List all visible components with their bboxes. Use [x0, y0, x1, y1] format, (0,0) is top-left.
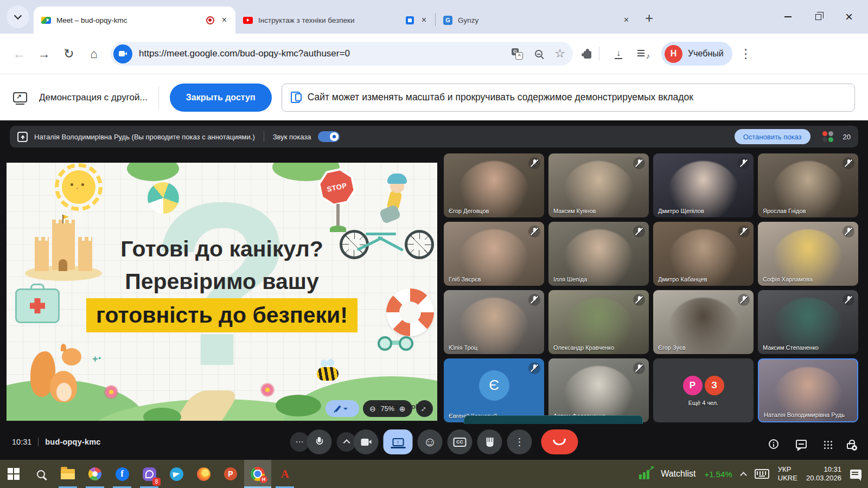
tab-youtube[interactable]: Інструктаж з техніки безпеки × [235, 7, 435, 34]
camera-permission-icon[interactable] [113, 44, 132, 63]
end-call-button[interactable] [541, 429, 578, 454]
caret-down-icon [343, 408, 348, 410]
taskbar-viber[interactable]: 8 [136, 460, 163, 488]
bush-illustration [276, 395, 321, 416]
taskbar-telegram[interactable] [163, 460, 190, 488]
participant-name: Софія Харламова [763, 276, 813, 282]
tab-title: Інструктаж з техніки безпеки [258, 16, 400, 24]
tray-expand-icon[interactable] [740, 472, 747, 479]
profile-name: Учебный [688, 49, 724, 59]
participant-tile[interactable]: Наталія Володимирівна Рудь [758, 358, 858, 422]
zoom-out-icon[interactable]: ⊖ [369, 404, 376, 413]
taskbar-paint[interactable] [81, 460, 108, 488]
participant-tile[interactable]: Юлія Троц [444, 290, 544, 354]
home-icon[interactable]: ⌂ [82, 42, 105, 65]
captions-button[interactable]: CC [448, 429, 473, 454]
chat-icon[interactable] [796, 440, 807, 448]
watchlist-chart-icon[interactable] [639, 468, 652, 479]
participant-tile[interactable]: Дмитро Щепілов [653, 153, 754, 217]
address-bar[interactable]: https://meet.google.com/bud-opqy-kmc?aut… [111, 42, 573, 66]
restore-icon[interactable] [815, 14, 821, 20]
stop-presenting-button[interactable]: Остановить показ [735, 129, 810, 144]
slide-title-line2: Перевіримо вашу [7, 269, 437, 294]
forward-icon[interactable]: → [33, 42, 55, 65]
meet-bottom-bar: 10:31 bud-opqy-kmc CC [0, 424, 868, 460]
extensions-icon[interactable] [584, 51, 591, 59]
new-tab-button[interactable]: + [645, 11, 653, 25]
participant-tile[interactable]: Дмитро Кабанцев [653, 222, 754, 286]
participant-tile[interactable]: Артем Федорченко [548, 358, 649, 422]
language-indicator[interactable]: УКР UKRE [778, 465, 797, 483]
taskbar-chrome[interactable]: H [244, 460, 271, 488]
reload-icon[interactable]: ↻ [58, 42, 80, 65]
participant-tile[interactable]: Софія Харламова [758, 222, 858, 286]
taskbar-search[interactable] [27, 460, 54, 488]
minimize-icon[interactable] [784, 16, 792, 17]
windows-taskbar: f 8 P H A Watchlist +1.54% УКР UKRE 10:3… [0, 460, 868, 488]
microphone-button[interactable] [307, 429, 332, 454]
participant-tile[interactable]: Ілля Шепіда [548, 222, 649, 286]
taskbar-firefox[interactable] [190, 460, 217, 488]
meeting-time: 10:31 [12, 438, 31, 446]
more-options-button[interactable] [507, 429, 532, 454]
system-tray: Watchlist +1.54% УКР UKRE 10:31 20.03.20… [639, 460, 868, 488]
host-controls-lock-icon[interactable] [847, 443, 855, 449]
participant-tile[interactable]: Олександр Кравченко [548, 290, 649, 354]
annotation-button[interactable] [326, 400, 359, 417]
taskbar-facebook[interactable]: f [108, 460, 136, 488]
participant-name: Олександр Кравченко [553, 344, 614, 351]
zoom-control[interactable]: ⊖ 75% ⊕ [363, 400, 412, 417]
camera-button[interactable] [354, 429, 379, 454]
start-button[interactable] [0, 460, 27, 488]
downloads-icon[interactable] [607, 42, 630, 65]
taskbar-powerpoint[interactable]: P [217, 460, 244, 488]
participant-tile[interactable]: Максим Степаненко [758, 290, 858, 354]
fullscreen-icon[interactable]: ↕ [416, 400, 433, 417]
translate-icon[interactable] [512, 48, 523, 60]
info-icon[interactable] [769, 439, 778, 449]
zoom-out-icon[interactable] [535, 50, 542, 57]
participant-tile[interactable]: Єгор Деговцов [444, 153, 544, 217]
participant-tile[interactable]: Ярослав Гнідов [758, 153, 858, 217]
paint-icon [88, 467, 101, 480]
touch-keyboard-icon[interactable] [755, 469, 769, 479]
avatar: Р [683, 376, 703, 395]
mic-off-icon [633, 294, 645, 306]
bookmark-star-icon[interactable]: ☆ [554, 48, 565, 60]
presenter-bar: Наталія Володимирівна Рудь (Вы проводите… [10, 126, 858, 147]
raise-hand-button[interactable] [477, 429, 502, 454]
tab-gynzy[interactable]: G Gynzy × [436, 7, 637, 34]
present-button[interactable] [384, 429, 413, 454]
share-sound-toggle[interactable] [318, 131, 340, 142]
zoom-in-icon[interactable]: ⊕ [399, 404, 406, 413]
participant-tile[interactable]: ЄЄвгеній Корховий [444, 358, 544, 422]
media-controls-icon[interactable] [632, 42, 655, 65]
tab-close-icon[interactable]: × [220, 15, 229, 25]
tab-search-button[interactable] [7, 5, 29, 28]
close-icon[interactable]: × [845, 10, 853, 23]
participant-tile[interactable]: Єгор Зуєв [653, 290, 754, 354]
participant-name: Гліб Звєрєв [449, 276, 481, 282]
mic-off-icon [633, 362, 645, 374]
profile-chip[interactable]: H Учебный [661, 42, 732, 66]
participant-tile[interactable]: РЗЕщё 4 чел. [653, 358, 754, 422]
participants-avatars-icon[interactable] [822, 131, 833, 142]
browser-menu-icon[interactable]: ⋮ [735, 42, 757, 65]
taskbar-explorer[interactable] [54, 460, 81, 488]
back-icon[interactable]: ← [8, 42, 30, 65]
tab-close-icon[interactable]: × [419, 15, 429, 25]
watchlist-label[interactable]: Watchlist [661, 469, 695, 479]
tab-meet[interactable]: Meet – bud-opqy-kmc × [34, 7, 235, 34]
activities-grid-icon[interactable] [824, 441, 826, 442]
clock[interactable]: 10:31 20.03.2026 [806, 465, 841, 483]
tab-close-icon[interactable]: × [622, 15, 631, 25]
action-center-icon[interactable] [850, 470, 861, 479]
mic-off-icon [843, 294, 854, 306]
presenting-icon [17, 132, 28, 142]
acrobat-icon: A [280, 467, 289, 481]
stop-sharing-button[interactable]: Закрыть доступ [170, 84, 272, 112]
participant-tile[interactable]: Гліб Звєрєв [444, 222, 544, 286]
reactions-button[interactable] [418, 429, 443, 454]
participant-tile[interactable]: Максим Куянов [548, 153, 649, 217]
taskbar-acrobat[interactable]: A [271, 460, 298, 488]
